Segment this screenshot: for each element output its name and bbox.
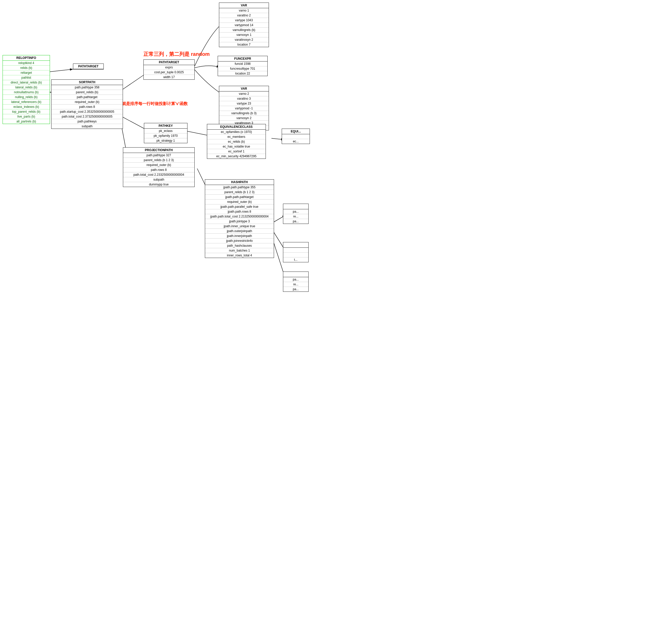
node-projectionpath: PROJECTIONPATH path.pathtype 327 parent_… (123, 147, 195, 187)
node-var2: VAR varno 2 varattno 3 vartype 23 vartyp… (219, 86, 269, 130)
node-pathkey: PATHKEY pk_eclass pk_opfamily 1970 pk_st… (144, 123, 187, 143)
node-funcexpr: FUNCEXPR funcid 1598 funcresulttype 701 … (218, 56, 268, 76)
node-partial-right1: pa... re... pa... (283, 204, 309, 224)
annotation-2: 也就是排序每一行时做投影计算'v'函数 (118, 101, 188, 107)
svg-line-0 (50, 69, 73, 72)
node-equi-partial: EQUI... ec... (282, 128, 310, 144)
svg-line-4 (184, 131, 210, 136)
node-var1: VAR varno 1 varattno 2 vartype 1043 vart… (219, 3, 269, 47)
node-pathtarget-center: PATHTARGET exprs cost.per_tuple 0.0025 w… (144, 59, 195, 80)
node-hashpath: HASHPATH jpath.path.pathtype 355 parent_… (205, 179, 274, 258)
node-equivalenceclass: EQUIVALENCECLASS ec_opfamilies (o 1970) … (207, 124, 266, 159)
node-sortpath: SORTPATH path.pathtype 358 parent_relids… (51, 80, 123, 129)
node-pathtarget-left: PATHTARGET (73, 63, 104, 69)
node-reloptinfo-title: RELOPTINFO (3, 55, 50, 61)
node-reloptinfo: RELOPTINFO reloptkind 4 relids (b) relta… (3, 55, 50, 124)
node-partial-right3: pa... re... pa... (283, 271, 309, 292)
annotation-1: 正常三列，第二列是 random (144, 51, 210, 58)
node-partial-right2: t... (283, 242, 309, 262)
